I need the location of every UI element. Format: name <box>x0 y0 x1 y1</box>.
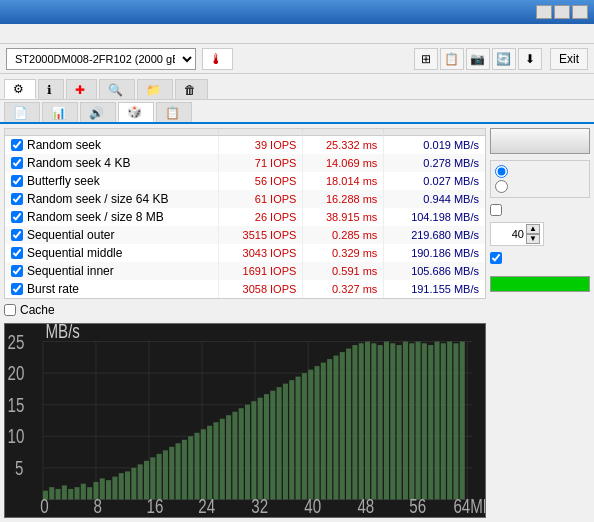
toolbar: ST2000DM008-2FR102 (2000 gB) 🌡 ⊞ 📋 📷 🔄 ⬇… <box>0 44 594 74</box>
svg-rect-88 <box>460 342 465 500</box>
row-checkbox-4[interactable] <box>11 211 23 223</box>
io-cell: 71 IOPS <box>219 154 303 172</box>
svg-rect-62 <box>296 377 301 500</box>
transfer-cell: 0.278 MB/s <box>384 154 485 172</box>
tab-disk-monitor[interactable]: 📊 <box>42 102 78 122</box>
io-cell: 39 IOPS <box>219 136 303 155</box>
time-cell: 25.332 ms <box>303 136 384 155</box>
read-radio[interactable] <box>495 165 508 178</box>
table-row: Sequential middle 3043 IOPS 0.329 ms 190… <box>5 244 485 262</box>
svg-text:32: 32 <box>251 494 268 517</box>
tab-erase[interactable]: 🗑 <box>175 79 208 99</box>
thermometer-icon: 🌡 <box>209 51 223 67</box>
icon-btn-2[interactable]: 📋 <box>440 48 464 70</box>
time-cell: 0.285 ms <box>303 226 384 244</box>
align-checkbox[interactable] <box>490 252 502 264</box>
menu-file[interactable] <box>4 33 12 35</box>
file-benchmark-icon: 📄 <box>13 106 28 120</box>
aam-icon: 🔊 <box>89 106 104 120</box>
results-table-container: Random seek 39 IOPS 25.332 ms 0.019 MB/s… <box>4 128 486 299</box>
svg-text:0: 0 <box>40 494 48 517</box>
icon-btn-1[interactable]: ⊞ <box>414 48 438 70</box>
tab-extra-tests[interactable]: 📋 <box>156 102 192 122</box>
temp-display: 🌡 <box>202 48 233 70</box>
time-cell: 0.591 ms <box>303 262 384 280</box>
tab-random-access[interactable]: 🎲 <box>118 102 154 122</box>
svg-rect-70 <box>346 349 351 500</box>
svg-rect-64 <box>308 370 313 500</box>
random-access-icon: 🎲 <box>127 105 142 119</box>
icon-btn-3[interactable]: 📷 <box>466 48 490 70</box>
tab-info[interactable]: ℹ <box>38 79 64 99</box>
transfer-cell: 190.186 MB/s <box>384 244 485 262</box>
chart-svg: 25 20 15 10 5 MB/s <box>5 324 485 517</box>
transfer-cell: 0.944 MB/s <box>384 190 485 208</box>
row-checkbox-0[interactable] <box>11 139 23 151</box>
drive-select[interactable]: ST2000DM008-2FR102 (2000 gB) <box>6 48 196 70</box>
write-radio[interactable] <box>495 180 508 193</box>
svg-rect-61 <box>289 380 294 499</box>
svg-rect-83 <box>428 345 433 499</box>
row-checkbox-3[interactable] <box>11 193 23 205</box>
io-cell: 3043 IOPS <box>219 244 303 262</box>
row-checkbox-2[interactable] <box>11 175 23 187</box>
svg-rect-41 <box>163 450 168 499</box>
svg-rect-80 <box>409 343 414 499</box>
row-checkbox-1[interactable] <box>11 157 23 169</box>
maximize-button[interactable] <box>554 5 570 19</box>
short-stroke-checkbox[interactable] <box>490 204 502 216</box>
cache-checkbox[interactable] <box>4 304 16 316</box>
write-radio-row <box>495 180 585 193</box>
icon-btn-5[interactable]: ⬇ <box>518 48 542 70</box>
tab-error-scan[interactable]: 🔍 <box>99 79 135 99</box>
io-cell: 3058 IOPS <box>219 280 303 298</box>
svg-rect-49 <box>213 422 218 499</box>
svg-rect-52 <box>232 412 237 500</box>
svg-rect-25 <box>62 485 67 499</box>
row-checkbox-7[interactable] <box>11 265 23 277</box>
svg-rect-72 <box>359 343 364 499</box>
svg-rect-27 <box>74 487 79 499</box>
svg-rect-48 <box>207 426 212 500</box>
tab-bar-1: ⚙ ℹ ✚ 🔍 📁 🗑 <box>0 74 594 100</box>
tab-health[interactable]: ✚ <box>66 79 97 99</box>
svg-rect-66 <box>321 363 326 500</box>
svg-text:20: 20 <box>8 361 25 385</box>
svg-rect-78 <box>397 345 402 499</box>
row-checkbox-5[interactable] <box>11 229 23 241</box>
svg-rect-26 <box>68 489 73 500</box>
time-cell: 16.288 ms <box>303 190 384 208</box>
menu-help[interactable] <box>20 33 28 35</box>
time-cell: 14.069 ms <box>303 154 384 172</box>
tab-folder-usage[interactable]: 📁 <box>137 79 173 99</box>
transfer-cell: 0.027 MB/s <box>384 172 485 190</box>
svg-text:16: 16 <box>146 494 163 517</box>
test-name-cell: Sequential middle <box>5 244 219 262</box>
svg-rect-76 <box>384 342 389 500</box>
row-checkbox-6[interactable] <box>11 247 23 259</box>
svg-rect-74 <box>371 343 376 499</box>
cache-row: Cache <box>4 303 486 317</box>
menu-bar <box>0 24 594 44</box>
svg-rect-51 <box>226 415 231 499</box>
close-button[interactable] <box>572 5 588 19</box>
minimize-button[interactable] <box>536 5 552 19</box>
row-checkbox-8[interactable] <box>11 283 23 295</box>
exit-button[interactable]: Exit <box>550 48 588 70</box>
stepper-buttons: ▲ ▼ <box>526 224 540 244</box>
health-icon: ✚ <box>75 83 85 97</box>
start-button[interactable] <box>490 128 590 154</box>
test-name-cell: Random seek 4 KB <box>5 154 219 172</box>
svg-rect-35 <box>125 471 130 499</box>
svg-rect-32 <box>106 480 111 499</box>
tab-aam[interactable]: 🔊 <box>80 102 116 122</box>
align-row <box>490 252 590 264</box>
stepper-down-button[interactable]: ▼ <box>526 234 540 244</box>
tab-file-benchmark[interactable]: 📄 <box>4 102 40 122</box>
svg-rect-42 <box>169 447 174 500</box>
gb-input[interactable] <box>494 228 524 240</box>
tab-benchmark[interactable]: ⚙ <box>4 79 36 99</box>
icon-btn-4[interactable]: 🔄 <box>492 48 516 70</box>
stepper-up-button[interactable]: ▲ <box>526 224 540 234</box>
svg-rect-46 <box>194 433 199 500</box>
